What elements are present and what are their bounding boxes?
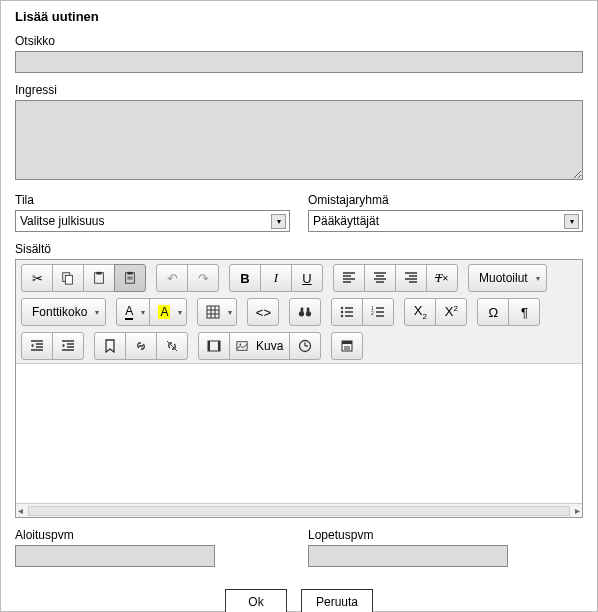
clock-icon bbox=[298, 339, 312, 353]
ok-button[interactable]: Ok bbox=[225, 589, 287, 612]
svg-point-29 bbox=[341, 307, 343, 309]
outdent-icon bbox=[30, 339, 44, 353]
bg-color-icon: A bbox=[158, 305, 170, 319]
special-char-button[interactable]: Ω bbox=[477, 298, 509, 326]
fontsize-label: Fonttikoko bbox=[32, 305, 87, 319]
tila-selected-text: Valitse julkisuus bbox=[20, 214, 271, 228]
omega-icon: Ω bbox=[489, 305, 499, 320]
align-right-icon bbox=[404, 271, 418, 285]
svg-rect-3 bbox=[96, 272, 101, 275]
underline-button[interactable]: U bbox=[291, 264, 323, 292]
italic-button[interactable]: I bbox=[260, 264, 292, 292]
find-button[interactable] bbox=[289, 298, 321, 326]
label-lopetuspvm: Lopetuspvm bbox=[308, 528, 583, 542]
table-icon bbox=[206, 305, 220, 319]
bg-color-button[interactable]: A▾ bbox=[149, 298, 187, 326]
image-button[interactable]: Kuva bbox=[229, 332, 290, 360]
text-color-button[interactable]: A▾ bbox=[116, 298, 150, 326]
undo-button[interactable]: ↶ bbox=[156, 264, 188, 292]
template-button[interactable] bbox=[331, 332, 363, 360]
datetime-button[interactable] bbox=[289, 332, 321, 360]
dialog-title: Lisää uutinen bbox=[15, 9, 583, 24]
paste-button[interactable] bbox=[83, 264, 115, 292]
svg-point-57 bbox=[239, 343, 241, 345]
align-center-button[interactable] bbox=[364, 264, 396, 292]
media-button[interactable] bbox=[198, 332, 230, 360]
table-button[interactable]: ▾ bbox=[197, 298, 237, 326]
anchor-button[interactable] bbox=[94, 332, 126, 360]
show-blocks-button[interactable]: ¶ bbox=[508, 298, 540, 326]
cut-button[interactable]: ✂ bbox=[21, 264, 53, 292]
clipboard-text-icon bbox=[123, 271, 137, 285]
link-icon bbox=[134, 339, 148, 353]
number-list-button[interactable]: 12 bbox=[362, 298, 394, 326]
copy-icon bbox=[61, 271, 75, 285]
italic-icon: I bbox=[274, 270, 278, 286]
outdent-button[interactable] bbox=[21, 332, 53, 360]
subscript-icon: X2 bbox=[414, 303, 427, 321]
omistajaryhma-select[interactable]: Pääkäyttäjät ▾ bbox=[308, 210, 583, 232]
bullet-list-icon bbox=[340, 305, 354, 319]
label-omistajaryhma: Omistajaryhmä bbox=[308, 193, 583, 207]
editor-content-area[interactable] bbox=[16, 363, 582, 503]
align-center-icon bbox=[373, 271, 387, 285]
copy-button[interactable] bbox=[52, 264, 84, 292]
svg-rect-54 bbox=[208, 341, 210, 351]
omistajaryhma-selected-text: Pääkäyttäjät bbox=[313, 214, 564, 228]
svg-point-31 bbox=[341, 315, 343, 317]
bold-icon: B bbox=[240, 271, 249, 286]
svg-rect-28 bbox=[307, 308, 310, 312]
editor-horizontal-scrollbar[interactable]: ◂ ▸ bbox=[16, 503, 582, 517]
align-right-button[interactable] bbox=[395, 264, 427, 292]
bullet-list-button[interactable] bbox=[331, 298, 363, 326]
chevron-down-icon: ▾ bbox=[95, 308, 99, 317]
unlink-icon bbox=[165, 339, 179, 353]
svg-rect-27 bbox=[301, 308, 304, 312]
add-news-dialog: Lisää uutinen Otsikko Ingressi Tila Vali… bbox=[0, 0, 598, 612]
format-select[interactable]: Muotoilut▾ bbox=[468, 264, 547, 292]
redo-button[interactable]: ↷ bbox=[187, 264, 219, 292]
scissors-icon: ✂ bbox=[32, 271, 43, 286]
subscript-button[interactable]: X2 bbox=[404, 298, 436, 326]
otsikko-input[interactable] bbox=[15, 51, 583, 73]
format-label: Muotoilut bbox=[479, 271, 528, 285]
bold-button[interactable]: B bbox=[229, 264, 261, 292]
code-icon: <> bbox=[256, 305, 271, 320]
clipboard-icon bbox=[92, 271, 106, 285]
align-left-button[interactable] bbox=[333, 264, 365, 292]
indent-button[interactable] bbox=[52, 332, 84, 360]
number-list-icon: 12 bbox=[371, 305, 385, 319]
binoculars-icon bbox=[298, 305, 312, 319]
paste-text-button[interactable] bbox=[114, 264, 146, 292]
svg-marker-51 bbox=[62, 346, 65, 348]
source-button[interactable]: <> bbox=[247, 298, 279, 326]
ingressi-input[interactable] bbox=[15, 100, 583, 180]
svg-text:2: 2 bbox=[371, 310, 374, 316]
link-button[interactable] bbox=[125, 332, 157, 360]
pilcrow-icon: ¶ bbox=[521, 305, 528, 320]
indent-icon bbox=[61, 339, 75, 353]
superscript-button[interactable]: X2 bbox=[435, 298, 467, 326]
scroll-right-icon: ▸ bbox=[575, 505, 580, 516]
chevron-down-icon: ▾ bbox=[141, 308, 145, 317]
redo-icon: ↷ bbox=[198, 271, 209, 286]
image-label: Kuva bbox=[256, 339, 283, 353]
label-otsikko: Otsikko bbox=[15, 34, 583, 48]
scroll-left-icon: ◂ bbox=[18, 505, 23, 516]
svg-rect-20 bbox=[207, 306, 219, 318]
clear-format-icon: T bbox=[435, 270, 442, 286]
lopetuspvm-input[interactable] bbox=[308, 545, 508, 567]
svg-rect-55 bbox=[218, 341, 220, 351]
svg-rect-62 bbox=[342, 341, 352, 344]
aloituspvm-input[interactable] bbox=[15, 545, 215, 567]
chevron-down-icon: ▾ bbox=[536, 274, 540, 283]
underline-icon: U bbox=[302, 271, 311, 286]
fontsize-select[interactable]: Fonttikoko▾ bbox=[21, 298, 106, 326]
text-color-icon: A bbox=[125, 304, 133, 320]
clear-format-button[interactable]: T✕ bbox=[426, 264, 458, 292]
unlink-button[interactable] bbox=[156, 332, 188, 360]
superscript-icon: X2 bbox=[445, 304, 458, 319]
cancel-button[interactable]: Peruuta bbox=[301, 589, 373, 612]
svg-marker-50 bbox=[62, 344, 65, 346]
tila-select[interactable]: Valitse julkisuus ▾ bbox=[15, 210, 290, 232]
